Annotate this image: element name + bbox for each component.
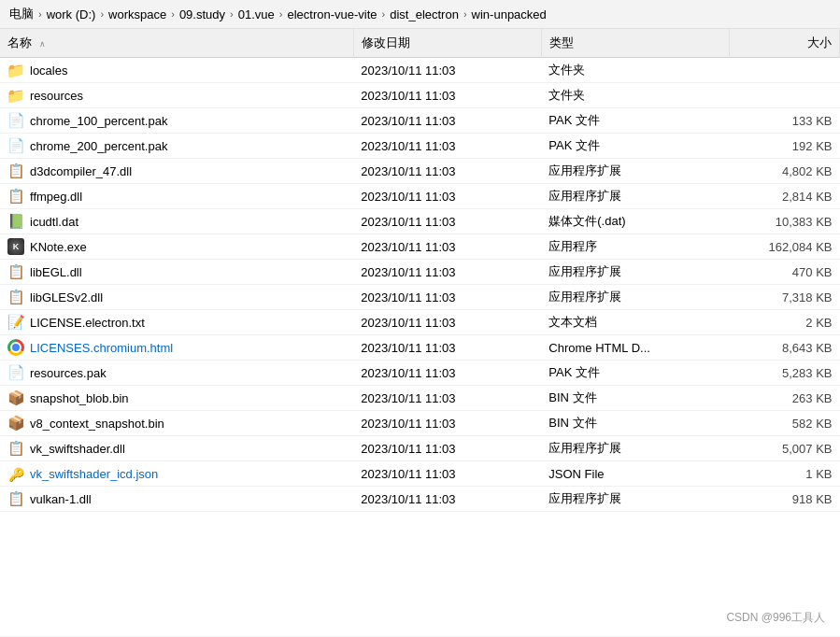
file-name-cell: LICENSES.chromium.html [0,335,353,361]
file-name-label: LICENSE.electron.txt [30,316,145,330]
table-row[interactable]: vulkan-1.dll2023/10/11 11:03应用程序扩展918 KB [0,487,840,512]
file-modified: 2023/10/11 11:03 [353,159,541,184]
pak-icon [7,137,24,154]
bin-icon [7,415,24,432]
file-type: PAK 文件 [541,134,729,159]
breadcrumb-separator: › [100,8,104,20]
file-name-label: v8_context_snapshot.bin [30,417,164,431]
breadcrumb-item[interactable]: dist_electron [390,7,459,21]
table-row[interactable]: resources2023/10/11 11:03文件夹 [0,83,840,108]
file-name-cell: chrome_200_percent.pak [0,134,353,159]
column-header-size[interactable]: 大小 [729,29,839,58]
table-row[interactable]: v8_context_snapshot.bin2023/10/11 11:03B… [0,411,840,436]
file-size: 192 KB [729,134,839,159]
column-header-modified[interactable]: 修改日期 [353,29,541,58]
file-size: 2,814 KB [729,184,839,209]
file-modified: 2023/10/11 11:03 [353,234,541,260]
file-modified: 2023/10/11 11:03 [353,361,541,386]
table-row[interactable]: resources.pak2023/10/11 11:03PAK 文件5,283… [0,361,840,386]
txt-icon [7,314,24,331]
file-type: Chrome HTML D... [541,335,729,361]
table-row[interactable]: LICENSES.chromium.html2023/10/11 11:03Ch… [0,335,840,361]
breadcrumb-item[interactable]: 电脑 [9,6,34,22]
table-row[interactable]: snapshot_blob.bin2023/10/11 11:03BIN 文件2… [0,386,840,411]
column-header-type[interactable]: 类型 [541,29,729,58]
file-name-label: chrome_100_percent.pak [30,114,167,128]
table-row[interactable]: icudtl.dat2023/10/11 11:03媒体文件(.dat)10,3… [0,209,840,234]
file-name-cell: LICENSE.electron.txt [0,310,353,335]
file-type: 应用程序扩展 [541,184,729,209]
file-name-label: libEGL.dll [30,265,82,279]
breadcrumb-item[interactable]: work (D:) [47,7,96,21]
file-name-cell: vulkan-1.dll [0,487,353,512]
file-type: 应用程序扩展 [541,159,729,184]
folder-icon [7,62,24,78]
file-size: 10,383 KB [729,209,839,234]
file-size: 162,084 KB [729,234,839,260]
breadcrumb-separator: › [279,8,283,20]
exe-icon: K [7,238,24,255]
file-size: 582 KB [729,411,839,436]
breadcrumb-item[interactable]: 01.vue [238,7,275,21]
table-row[interactable]: locales2023/10/11 11:03文件夹 [0,58,840,83]
table-row[interactable]: vk_swiftshader_icd.json2023/10/11 11:03J… [0,461,840,487]
file-modified: 2023/10/11 11:03 [353,209,541,234]
table-row[interactable]: chrome_100_percent.pak2023/10/11 11:03PA… [0,108,840,134]
file-name-cell: locales [0,58,353,83]
breadcrumb-bar: 电脑›work (D:)›workspace›09.study›01.vue›e… [0,0,840,29]
breadcrumb-item[interactable]: electron-vue-vite [287,7,377,21]
file-type: PAK 文件 [541,361,729,386]
table-row[interactable]: libGLESv2.dll2023/10/11 11:03应用程序扩展7,318… [0,285,840,310]
file-modified: 2023/10/11 11:03 [353,260,541,285]
table-row[interactable]: LICENSE.electron.txt2023/10/11 11:03文本文档… [0,310,840,335]
file-modified: 2023/10/11 11:03 [353,310,541,335]
file-name-label: vulkan-1.dll [30,492,92,506]
table-row[interactable]: chrome_200_percent.pak2023/10/11 11:03PA… [0,134,840,159]
table-row[interactable]: libEGL.dll2023/10/11 11:03应用程序扩展470 KB [0,260,840,285]
file-name-cell: v8_context_snapshot.bin [0,411,353,436]
breadcrumb-item[interactable]: 09.study [179,7,225,21]
file-name-label: resources [30,89,83,103]
file-size [729,58,839,83]
file-name-cell: chrome_100_percent.pak [0,108,353,134]
dll-icon [7,440,24,457]
table-row[interactable]: vk_swiftshader.dll2023/10/11 11:03应用程序扩展… [0,436,840,461]
breadcrumb-separator: › [463,8,467,20]
file-type: 文本文档 [541,310,729,335]
file-type: JSON File [541,461,729,487]
file-name-cell: d3dcompiler_47.dll [0,159,353,184]
file-name-label: KNote.exe [30,240,87,254]
file-name-cell: resources.pak [0,361,353,386]
file-name-cell: resources [0,83,353,108]
file-type: PAK 文件 [541,108,729,134]
column-header-name[interactable]: 名称 ∧ [0,29,353,58]
file-name-label: snapshot_blob.bin [30,391,129,405]
table-row[interactable]: KKNote.exe2023/10/11 11:03应用程序162,084 KB [0,234,840,260]
dll-icon [7,188,24,205]
dll-icon [7,490,24,507]
file-size: 1 KB [729,461,839,487]
dll-icon [7,163,24,179]
file-name-label: LICENSES.chromium.html [30,341,173,355]
file-type: 应用程序扩展 [541,260,729,285]
file-name-label: libGLESv2.dll [30,290,103,304]
chrome-icon [7,339,24,356]
file-modified: 2023/10/11 11:03 [353,285,541,310]
table-row[interactable]: ffmpeg.dll2023/10/11 11:03应用程序扩展2,814 KB [0,184,840,209]
file-modified: 2023/10/11 11:03 [353,108,541,134]
json-icon [7,465,24,482]
table-row[interactable]: d3dcompiler_47.dll2023/10/11 11:03应用程序扩展… [0,159,840,184]
file-name-cell: snapshot_blob.bin [0,386,353,411]
file-table: 名称 ∧ 修改日期 类型 大小 locales2023/10/11 11:03文… [0,29,840,512]
bin-icon [7,389,24,406]
pak-icon [7,112,24,129]
file-size: 918 KB [729,487,839,512]
breadcrumb-item[interactable]: win-unpacked [472,7,547,21]
file-size: 4,802 KB [729,159,839,184]
breadcrumb-item[interactable]: workspace [108,7,166,21]
pak-icon [7,364,24,381]
dat-icon [7,213,24,230]
file-type: 应用程序扩展 [541,487,729,512]
file-name-label: chrome_200_percent.pak [30,139,167,153]
file-name-label: vk_swiftshader_icd.json [30,467,158,481]
